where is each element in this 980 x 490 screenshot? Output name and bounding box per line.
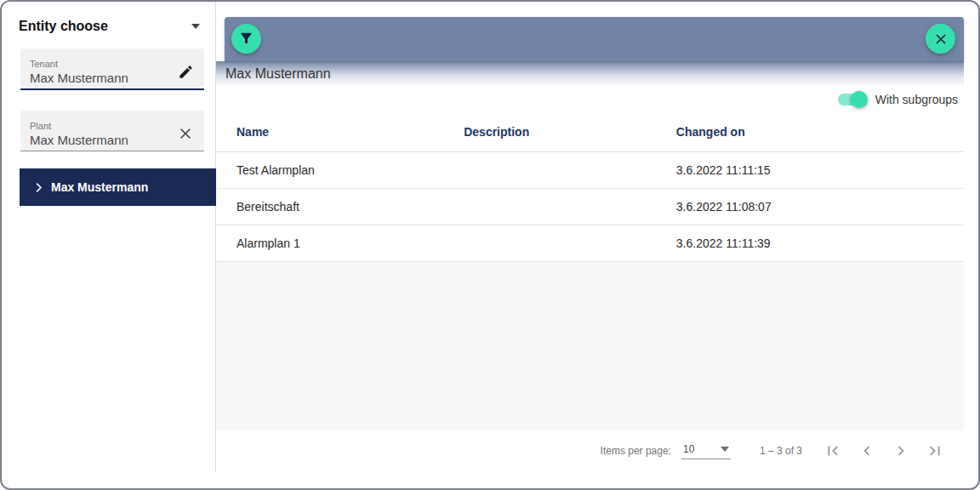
cell-name: Test Alarmplan bbox=[216, 151, 443, 188]
table-row[interactable]: Test Alarmplan 3.6.2022 11:11:15 bbox=[216, 151, 964, 188]
tenant-value: Max Mustermann bbox=[30, 71, 128, 85]
plant-field[interactable]: Plant Max Mustermann bbox=[20, 111, 204, 151]
table-header-row: Name Description Changed on bbox=[216, 112, 964, 151]
app-window: Entity choose Tenant Max Mustermann Plan… bbox=[0, 0, 980, 490]
cell-changed-on: 3.6.2022 11:11:39 bbox=[656, 225, 964, 261]
items-per-page-value: 10 bbox=[683, 443, 694, 455]
items-per-page-label: Items per page: bbox=[601, 445, 671, 457]
sidebar: Entity choose Tenant Max Mustermann Plan… bbox=[2, 2, 216, 472]
cell-name: Bereitschaft bbox=[216, 188, 443, 225]
cell-changed-on: 3.6.2022 11:08:07 bbox=[656, 188, 964, 225]
subgroups-toggle-row: With subgroups bbox=[216, 87, 964, 112]
filter-button[interactable] bbox=[231, 24, 261, 54]
plant-label: Plant bbox=[30, 121, 128, 131]
first-page-icon bbox=[823, 442, 842, 460]
sidebar-tree-item-max-mustermann[interactable]: Max Mustermann bbox=[20, 168, 216, 206]
filter-funnel-icon bbox=[238, 31, 254, 47]
select-caret-icon bbox=[721, 447, 729, 452]
alarmplan-table: Name Description Changed on Test Alarmpl… bbox=[216, 112, 964, 262]
first-page-button[interactable] bbox=[816, 434, 850, 468]
close-x-icon bbox=[933, 31, 949, 47]
toggle-thumb bbox=[851, 91, 868, 108]
next-page-button[interactable] bbox=[884, 434, 918, 468]
cell-name: Alarmplan 1 bbox=[216, 225, 443, 261]
column-header-changed-on: Changed on bbox=[656, 112, 964, 151]
sidebar-header: Entity choose bbox=[19, 19, 200, 34]
with-subgroups-toggle[interactable] bbox=[837, 91, 868, 108]
table-row[interactable]: Bereitschaft 3.6.2022 11:08:07 bbox=[216, 188, 964, 225]
previous-page-icon bbox=[858, 442, 876, 460]
cell-changed-on: 3.6.2022 11:11:15 bbox=[656, 151, 964, 188]
collapse-caret-icon[interactable] bbox=[191, 24, 200, 29]
with-subgroups-label: With subgroups bbox=[875, 93, 958, 106]
paginator: Items per page: 10 1 – 3 of 3 bbox=[216, 430, 964, 471]
plant-value: Max Mustermann bbox=[30, 133, 128, 147]
alarmplan-overlay-panel: Max Mustermann With subgroups Name Descr… bbox=[216, 17, 964, 471]
paginator-range-label: 1 – 3 of 3 bbox=[760, 445, 802, 457]
clear-x-icon bbox=[177, 125, 194, 142]
last-page-icon bbox=[926, 442, 944, 460]
close-button[interactable] bbox=[926, 24, 955, 54]
cell-description bbox=[443, 188, 656, 225]
table-empty-area bbox=[216, 262, 964, 431]
plant-clear-button[interactable] bbox=[175, 123, 196, 144]
panel-toolbar bbox=[225, 17, 964, 61]
panel-title: Max Mustermann bbox=[225, 66, 331, 82]
last-page-button[interactable] bbox=[918, 434, 952, 468]
panel-title-band: Max Mustermann bbox=[216, 61, 964, 87]
column-header-description: Description bbox=[443, 112, 656, 151]
tree-item-label: Max Mustermann bbox=[51, 180, 148, 194]
items-per-page-select[interactable]: 10 bbox=[681, 443, 731, 459]
sidebar-title: Entity choose bbox=[19, 19, 108, 34]
cell-description bbox=[443, 225, 656, 261]
tenant-field[interactable]: Tenant Max Mustermann bbox=[20, 48, 204, 90]
pencil-icon bbox=[178, 64, 194, 80]
previous-page-button[interactable] bbox=[850, 434, 884, 468]
table-body: Test Alarmplan 3.6.2022 11:11:15 Bereits… bbox=[216, 151, 964, 261]
cell-description bbox=[443, 151, 656, 188]
next-page-icon bbox=[892, 442, 910, 460]
chevron-right-icon bbox=[32, 181, 45, 194]
table-row[interactable]: Alarmplan 1 3.6.2022 11:11:39 bbox=[216, 225, 964, 261]
tenant-edit-button[interactable] bbox=[176, 62, 196, 82]
column-header-name: Name bbox=[216, 112, 443, 151]
tenant-label: Tenant bbox=[30, 59, 128, 69]
